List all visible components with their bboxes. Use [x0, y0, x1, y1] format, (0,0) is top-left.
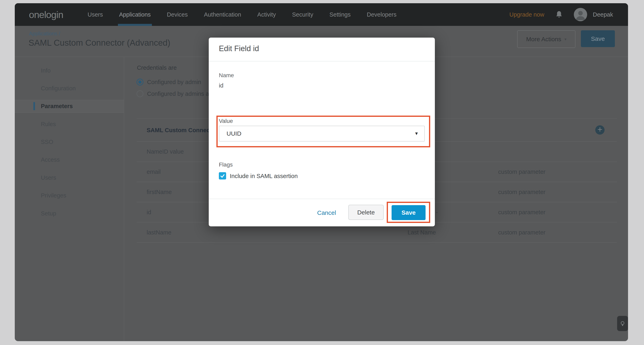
screenshot-stage: onelogin Users Applications Devices Auth… — [0, 0, 644, 345]
credentials-label: Credentials are — [137, 64, 177, 71]
sidebar-active-bar — [33, 102, 35, 110]
cancel-button[interactable]: Cancel — [317, 209, 336, 216]
name-value: id — [219, 82, 224, 89]
breadcrumb[interactable]: Applications / — [29, 30, 60, 37]
sidebar-item-configuration[interactable]: Configuration — [41, 85, 76, 92]
nav-item-developers[interactable]: Developers — [367, 3, 396, 26]
sidebar-item-access[interactable]: Access — [41, 156, 60, 163]
radio-label-admins-users: Configured by admins a — [147, 90, 209, 97]
help-tips-button[interactable] — [617, 316, 628, 331]
radio-configured-by-admins-and-users[interactable] — [136, 90, 144, 97]
flags-label: Flags — [219, 161, 232, 168]
radio-label-admin: Configured by admin — [147, 79, 201, 85]
upgrade-now-link[interactable]: Upgrade now — [510, 11, 544, 18]
sidebar-item-info[interactable]: Info — [41, 67, 50, 74]
user-avatar[interactable] — [574, 8, 587, 21]
more-actions-button[interactable]: More Actions ▾ — [517, 30, 576, 48]
dropdown-caret-icon: ▼ — [414, 131, 419, 136]
include-in-saml-assertion-checkbox[interactable] — [219, 172, 226, 179]
name-label: Name — [219, 72, 234, 79]
value-dropdown[interactable]: UUID ▼ — [219, 126, 425, 141]
delete-button[interactable]: Delete — [348, 205, 384, 220]
value-dropdown-selected: UUID — [226, 130, 241, 137]
nav-menu: Users Applications Devices Authenticatio… — [88, 3, 396, 26]
sidebar-item-parameters[interactable]: Parameters — [41, 103, 73, 109]
modal-footer-divider — [209, 199, 435, 199]
page-title: SAML Custom Connector (Advanced) — [28, 38, 170, 48]
edit-field-modal: Edit Field id Name id Value UUID ▼ Flags… — [209, 37, 435, 226]
user-name[interactable]: Deepak — [593, 11, 613, 18]
chevron-down-icon: ▾ — [564, 37, 566, 42]
add-parameter-button[interactable]: + — [595, 125, 604, 135]
radio-configured-by-admin[interactable] — [136, 79, 144, 85]
nav-item-devices[interactable]: Devices — [167, 3, 188, 26]
table-header-title: SAML Custom Connecto — [147, 127, 215, 133]
nav-item-security[interactable]: Security — [292, 3, 313, 26]
onelogin-logo: onelogin — [29, 9, 63, 20]
modal-title: Edit Field id — [219, 44, 259, 53]
top-nav: onelogin Users Applications Devices Auth… — [15, 3, 628, 26]
sidebar-divider — [124, 57, 124, 341]
checkbox-label: Include in SAML assertion — [230, 172, 298, 180]
notifications-bell-icon[interactable] — [556, 11, 562, 18]
sidebar-item-privileges[interactable]: Privileges — [41, 192, 66, 199]
nav-item-settings[interactable]: Settings — [330, 3, 351, 26]
active-tab-underline — [118, 24, 152, 26]
nav-item-applications[interactable]: Applications — [119, 3, 151, 26]
value-label: Value — [219, 118, 233, 124]
sidebar-item-sso[interactable]: SSO — [41, 138, 53, 145]
lightbulb-icon — [619, 320, 626, 327]
checkmark-icon — [220, 173, 225, 178]
nav-right-group: Upgrade now Deepak — [510, 3, 613, 26]
nav-item-users[interactable]: Users — [88, 3, 103, 26]
sidebar-item-rules[interactable]: Rules — [41, 121, 56, 127]
modal-save-button[interactable]: Save — [392, 205, 426, 220]
modal-header-divider — [209, 61, 435, 61]
sidebar-item-setup[interactable]: Setup — [41, 210, 56, 217]
nav-item-activity[interactable]: Activity — [257, 3, 276, 26]
page-save-button[interactable]: Save — [581, 30, 615, 47]
nav-item-authentication[interactable]: Authentication — [204, 3, 241, 26]
person-icon — [574, 8, 587, 21]
sidebar-item-users[interactable]: Users — [41, 174, 56, 181]
